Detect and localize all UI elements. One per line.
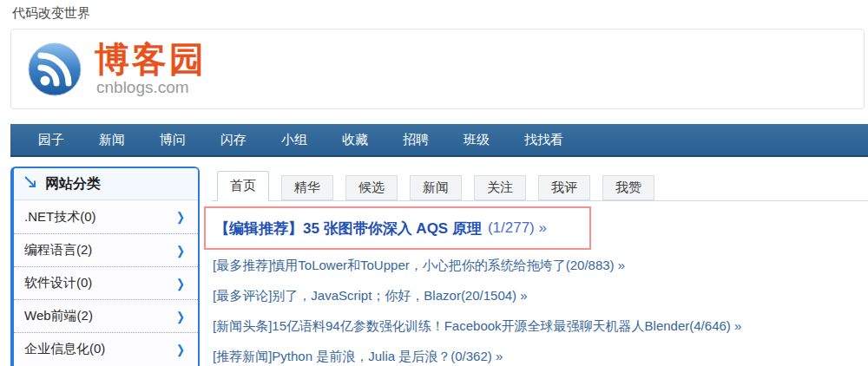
main-navbar: 园子 新闻 博问 闪存 小组 收藏 招聘 班级 找找看 — [10, 124, 868, 157]
tab-following[interactable]: 关注 — [474, 175, 526, 200]
category-sidebar-header: 网站分类 — [14, 168, 198, 200]
sidebar-item-dotnet[interactable]: .NET技术(0) ❯ — [14, 200, 198, 233]
nav-item-groups[interactable]: 小组 — [281, 132, 307, 148]
sidebar-item-label: .NET技术(0) — [24, 209, 96, 225]
rss-logo-icon[interactable] — [27, 42, 82, 97]
chevron-right-icon: ❯ — [176, 244, 185, 258]
post-list: [最多推荐]慎用ToLower和ToUpper，小心把你的系统给拖垮了(20/8… — [213, 251, 741, 366]
list-item[interactable]: [最多推荐]慎用ToLower和ToUpper，小心把你的系统给拖垮了(20/8… — [213, 251, 741, 281]
site-slogan: 代码改变世界 — [12, 5, 90, 22]
tab-home[interactable]: 首页 — [217, 171, 269, 201]
nav-item-jobs[interactable]: 招聘 — [403, 132, 429, 148]
diagonal-arrow-icon — [23, 174, 38, 193]
list-item[interactable]: [推荐新闻]Python 是前浪，Julia 是后浪？(0/362) » — [213, 342, 741, 366]
sidebar-item-label: Web前端(2) — [24, 308, 93, 324]
site-header: 博客园 cnblogs.com — [10, 29, 865, 109]
headline-title: 【编辑推荐】35 张图带你深入 AQS 原理 — [214, 219, 482, 239]
sidebar-item-label: 软件设计(0) — [24, 275, 92, 291]
nav-item-news[interactable]: 新闻 — [99, 132, 125, 148]
nav-item-search[interactable]: 找找看 — [524, 132, 563, 148]
sidebar-item-software-design[interactable]: 软件设计(0) ❯ — [14, 266, 198, 299]
content-tabs: 首页 精华 候选 新闻 关注 我评 我赞 — [212, 167, 868, 201]
site-name: 博客园 — [95, 41, 207, 77]
editor-recommended-headline[interactable]: 【编辑推荐】35 张图带你深入 AQS 原理 (1/277) » — [214, 206, 547, 250]
sidebar-item-enterprise-it[interactable]: 企业信息化(0) ❯ — [14, 332, 198, 365]
sidebar-item-label: 编程语言(2) — [24, 242, 92, 258]
list-item[interactable]: [最多评论]别了，JavaScript；你好，Blazor(20/1504) » — [213, 281, 741, 311]
site-domain: cnblogs.com — [96, 78, 207, 97]
main-content: 首页 精华 候选 新闻 关注 我评 我赞 【编辑推荐】35 张图带你深入 AQS… — [212, 167, 868, 366]
tab-picked[interactable]: 精华 — [281, 175, 333, 200]
nav-item-classes[interactable]: 班级 — [464, 132, 490, 148]
category-sidebar: 网站分类 .NET技术(0) ❯ 编程语言(2) ❯ 软件设计(0) ❯ Web… — [10, 167, 200, 366]
list-item[interactable]: [新闻头条]15亿语料94亿参数强化训练！Facebook开源全球最强聊天机器人… — [213, 311, 741, 342]
cnblogs-homepage: 代码改变世界 博客园 cnblogs.com 园 — [0, 0, 868, 366]
nav-item-bookmarks[interactable]: 收藏 — [342, 132, 368, 148]
tab-news[interactable]: 新闻 — [410, 175, 462, 200]
nav-item-qa[interactable]: 博问 — [160, 132, 186, 148]
sidebar-item-label: 企业信息化(0) — [24, 341, 105, 357]
tab-my-comments[interactable]: 我评 — [538, 175, 590, 200]
tab-candidate[interactable]: 候选 — [345, 175, 398, 200]
category-sidebar-title: 网站分类 — [45, 175, 101, 193]
site-logo[interactable]: 博客园 cnblogs.com — [95, 41, 207, 97]
chevron-right-icon: ❯ — [176, 210, 185, 224]
tab-my-likes[interactable]: 我赞 — [602, 175, 654, 200]
sidebar-item-languages[interactable]: 编程语言(2) ❯ — [14, 233, 198, 266]
chevron-right-icon: ❯ — [176, 343, 185, 356]
headline-count: (1/277) » — [488, 219, 547, 237]
nav-item-flash[interactable]: 闪存 — [220, 132, 247, 148]
nav-item-garden[interactable]: 园子 — [38, 132, 64, 148]
chevron-right-icon: ❯ — [176, 277, 185, 291]
sidebar-item-web-frontend[interactable]: Web前端(2) ❯ — [14, 299, 198, 332]
chevron-right-icon: ❯ — [176, 310, 185, 324]
